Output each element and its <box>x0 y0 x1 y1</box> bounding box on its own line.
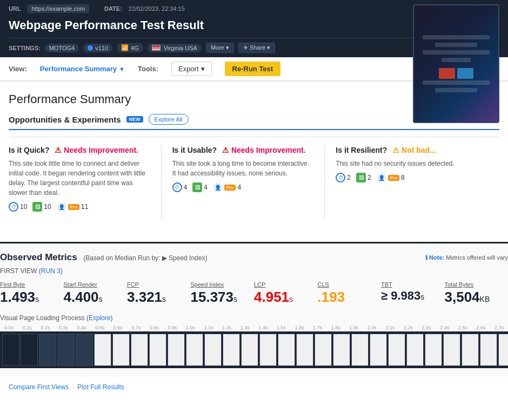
vpl-explore-link[interactable]: Explore <box>89 314 111 322</box>
export-button[interactable]: Export ▾ <box>171 62 212 76</box>
resilient-warning-icon: ⚠ <box>392 146 399 154</box>
location-label: Virginia USA <box>164 45 197 51</box>
more-button[interactable]: More ▾ <box>206 43 234 53</box>
settings-chrome[interactable]: v110 <box>83 44 112 52</box>
quick-column: Is it Quick? ⚠ Needs Improvement. This s… <box>9 146 162 220</box>
metrics-grid: First Byte 1.493s Start Render 4.400s FC… <box>0 279 508 308</box>
export-arrow-icon: ▾ <box>201 65 205 73</box>
quick-img-icon: 🖼 <box>32 202 42 212</box>
quick-val-2: 10 <box>44 203 51 211</box>
timeline-label: 1.3s <box>236 325 255 330</box>
timeline-label: 0.0s <box>0 325 18 330</box>
three-columns: Is it Quick? ⚠ Needs Improvement. This s… <box>9 137 499 220</box>
observed-title: Observed Metrics <box>0 252 77 262</box>
view-select-dropdown[interactable]: Performance Summary ▼ <box>40 65 125 73</box>
note-text: ℹ Note: Metrics offered will vary <box>425 254 508 261</box>
4g-icon: 📶 <box>121 44 129 51</box>
settings-4g[interactable]: 📶 4G <box>117 43 143 52</box>
timeline-frame <box>168 334 185 366</box>
timeline-label: 1.8s <box>326 325 345 330</box>
rerun-button[interactable]: Re-Run Test <box>225 62 281 76</box>
share-button[interactable]: ✈ Share ▾ <box>238 43 275 53</box>
screen-color-1 <box>439 68 455 79</box>
screenshot-thumbnail <box>413 4 499 123</box>
usable-column: Is it Usable? ⚠ Needs Improvement. This … <box>172 146 325 220</box>
usable-circle-icon: ⏱ <box>172 182 182 192</box>
metric-lcp-label[interactable]: LCP <box>254 281 313 288</box>
timeline-label: 2.0s <box>363 325 382 330</box>
timeline-label: 0.9s <box>163 325 182 330</box>
quick-icons: ⏱ 10 🖼 10 👤 Pro 11 <box>9 202 150 212</box>
usable-img-icon: 🖼 <box>192 182 202 192</box>
settings-label: SETTINGS: <box>9 45 41 51</box>
metric-first-byte-label[interactable]: First Byte <box>0 281 59 288</box>
screen-bar-2 <box>435 43 477 47</box>
note-value: Metrics offered will vary <box>446 254 508 261</box>
usable-val-1: 4 <box>184 184 188 191</box>
resilient-count-1: ⏱ 2 <box>336 173 351 182</box>
usable-title: Is it Usable? ⚠ Needs Improvement. <box>172 146 314 154</box>
metric-start-render-value: 4.400s <box>64 289 123 306</box>
url-value: https://example.com <box>28 4 89 13</box>
resilient-circle-icon: ⏱ <box>336 173 345 182</box>
quick-circle-icon: ⏱ <box>9 202 18 212</box>
timeline-label: 0.4s <box>72 325 91 330</box>
timeline-frame <box>112 334 130 366</box>
opportunities-title: Opportunities & Experiments <box>9 115 121 124</box>
metric-tbt: TBT ≥ 9.983s <box>381 279 445 308</box>
timeline-label: 0.8s <box>145 325 164 330</box>
metric-start-render-label[interactable]: Start Render <box>64 281 123 288</box>
resilient-pro-badge: Pro <box>388 175 399 181</box>
first-view-text: FIRST VIEW <box>0 267 37 275</box>
date-label: DATE: <box>104 5 122 12</box>
timeline-frame <box>480 334 497 366</box>
timeline-label: 0.6s <box>109 325 127 330</box>
observed-title-group: Observed Metrics (Based on Median Run by… <box>0 252 207 263</box>
metric-fcp-label[interactable]: FCP <box>127 281 186 288</box>
usable-pro-badge: Pro <box>224 185 236 191</box>
view-label: View: <box>9 65 27 73</box>
timeline-frame <box>278 334 295 366</box>
timeline-label: 2.6s <box>472 325 490 330</box>
chrome-version: v110 <box>95 45 108 51</box>
settings-location[interactable]: Virginia USA <box>148 44 202 52</box>
metric-speed-index-label[interactable]: Speed Index <box>191 281 250 288</box>
timeline-frame <box>425 334 442 366</box>
metric-total-bytes: Total Bytes 3,504KB <box>445 279 509 308</box>
metric-start-render: Start Render 4.400s <box>64 279 128 308</box>
timeline-container: 0.0s0.1s0.2s0.3s0.4s0.5s0.6s0.7s0.8s0.9s… <box>0 325 508 368</box>
timeline-frame <box>259 334 277 366</box>
timeline-frame <box>241 334 258 366</box>
timeline-frame <box>57 334 75 366</box>
timeline-frame <box>443 334 460 366</box>
quick-desc: This site took little time to connect an… <box>9 159 150 198</box>
metric-cls-label[interactable]: CLS <box>318 281 377 288</box>
timeline-frame <box>94 334 111 366</box>
screen-bar-1 <box>423 35 490 39</box>
plot-full-results-link[interactable]: Plot Full Results <box>77 383 124 391</box>
timeline-label: 0.7s <box>127 325 145 330</box>
metric-tbt-label[interactable]: TBT <box>381 281 440 288</box>
settings-motog4[interactable]: MOTOG4 <box>45 44 79 52</box>
resilient-count-2: 🖼 2 <box>356 173 371 182</box>
metric-total-bytes-value: 3,504KB <box>445 289 504 306</box>
metric-total-bytes-label[interactable]: Total Bytes <box>445 281 504 288</box>
metric-lcp-value: 4.951s <box>254 289 313 306</box>
timeline-frame <box>39 334 56 366</box>
timeline-label: 2.5s <box>453 325 472 330</box>
quick-count-3: 👤 Pro 11 <box>57 202 89 212</box>
metric-fcp: FCP 3.321s <box>127 279 191 308</box>
timeline-label: 0.3s <box>55 325 73 330</box>
observed-header: Observed Metrics (Based on Median Run by… <box>0 252 508 263</box>
run-link[interactable]: RUN 3 <box>41 267 61 275</box>
explore-all-button[interactable]: Explore All <box>149 114 189 125</box>
resilient-desc: This site had no security issues detecte… <box>336 159 489 168</box>
resilient-column: Is it Resilient? ⚠ Not bad... This site … <box>336 146 499 220</box>
resilient-val-3: 8 <box>401 174 405 181</box>
compare-first-views-link[interactable]: Compare First Views <box>9 383 69 391</box>
date-value: 22/02/2023, 22:34:15 <box>129 5 185 12</box>
tools-label: Tools: <box>138 65 158 73</box>
screen-bar-5 <box>423 80 490 85</box>
us-flag-icon <box>152 45 161 51</box>
quick-label: Is it Quick? <box>9 146 49 154</box>
